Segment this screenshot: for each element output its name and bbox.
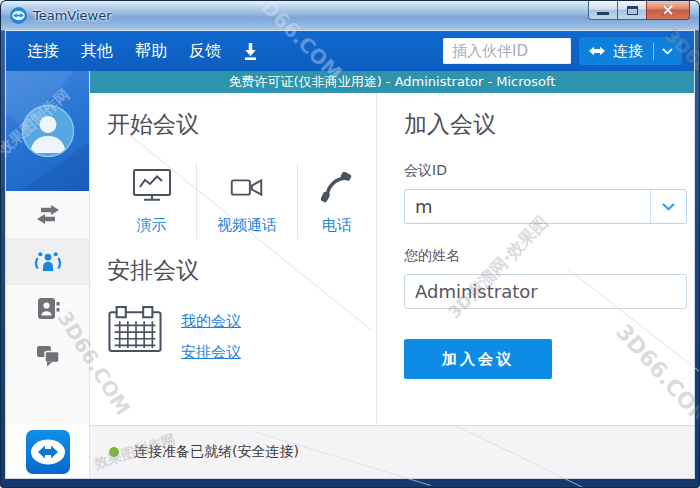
partner-id-input[interactable] — [443, 38, 571, 64]
join-meeting-title: 加入会议 — [404, 109, 687, 139]
sidebar-item-remote-control[interactable] — [6, 191, 89, 238]
license-text: 免费许可证(仅非商业用途) - Administrator - Microsof… — [229, 73, 556, 91]
teamviewer-app-icon[interactable] — [10, 7, 27, 24]
meeting-actions: 演示 — [107, 163, 376, 239]
minimize-button[interactable] — [588, 1, 618, 20]
download-icon — [242, 42, 259, 61]
meeting-id-dropdown-button[interactable] — [650, 190, 686, 223]
main-area: 免费许可证(仅非商业用途) - Administrator - Microsof… — [90, 71, 694, 478]
schedule-meeting-title: 安排会议 — [107, 255, 376, 285]
window-body: 连接 其他 帮助 反馈 连接 — [6, 31, 694, 478]
menu-feedback[interactable]: 反馈 — [189, 41, 221, 62]
window-controls — [588, 1, 690, 20]
menu-connect[interactable]: 连接 — [27, 41, 59, 62]
button-divider — [653, 43, 654, 60]
status-bar: 连接准备已就绪(安全连接) — [90, 425, 694, 478]
action-phone[interactable]: 电话 — [297, 163, 376, 239]
account-avatar[interactable] — [6, 71, 89, 191]
meeting-id-combobox — [404, 189, 687, 224]
connect-button-label: 连接 — [613, 42, 643, 61]
teamviewer-logo — [6, 425, 89, 478]
window-title: TeamViewer — [33, 8, 112, 23]
start-meeting-panel: 开始会议 — [90, 93, 376, 425]
connect-button[interactable]: 连接 — [579, 37, 682, 65]
action-label: 演示 — [137, 216, 167, 235]
menu-extras[interactable]: 其他 — [81, 41, 113, 62]
action-video-call[interactable]: 视频通话 — [196, 163, 297, 239]
schedule-row: 我的会议 安排会议 — [107, 305, 376, 362]
join-meeting-button[interactable]: 加入会议 — [404, 339, 552, 379]
join-meeting-panel: 加入会议 会议ID 您的姓名 加入会议 — [376, 93, 700, 425]
chat-icon — [35, 344, 61, 367]
app-window: TeamViewer 连接 其他 帮助 反馈 — [0, 0, 700, 488]
my-meetings-link[interactable]: 我的会议 — [181, 312, 241, 331]
close-icon — [662, 4, 674, 16]
teamviewer-logo-icon — [25, 429, 71, 475]
sidebar-item-chat[interactable] — [6, 332, 89, 379]
chevron-down-icon[interactable] — [662, 48, 673, 55]
menu-help[interactable]: 帮助 — [135, 41, 167, 62]
remote-control-icon — [35, 205, 61, 224]
meeting-id-input[interactable] — [405, 190, 650, 223]
action-presentation[interactable]: 演示 — [107, 163, 196, 239]
connect-arrows-icon — [588, 45, 606, 57]
meeting-id-label: 会议ID — [404, 162, 687, 180]
your-name-label: 您的姓名 — [404, 247, 687, 265]
action-label: 视频通话 — [217, 216, 277, 235]
sidebar-item-contacts[interactable] — [6, 285, 89, 332]
start-meeting-title: 开始会议 — [107, 109, 376, 139]
maximize-icon — [627, 6, 638, 15]
download-button[interactable] — [242, 42, 259, 61]
connection-status-dot — [109, 447, 119, 457]
presentation-icon — [131, 163, 173, 203]
action-label: 电话 — [322, 216, 352, 235]
phone-icon — [321, 163, 352, 203]
contacts-icon — [36, 297, 60, 320]
sidebar-item-meeting[interactable] — [6, 238, 89, 285]
sidebar — [6, 71, 90, 478]
chevron-down-icon — [662, 203, 675, 211]
your-name-input[interactable] — [404, 274, 687, 309]
license-bar: 免费许可证(仅非商业用途) - Administrator - Microsof… — [90, 71, 694, 93]
connection-status-text: 连接准备已就绪(安全连接) — [134, 443, 299, 461]
minimize-icon — [597, 12, 609, 15]
schedule-meeting-link[interactable]: 安排会议 — [181, 343, 241, 362]
titlebar: TeamViewer — [1, 1, 699, 31]
video-call-icon — [227, 163, 267, 203]
maximize-button[interactable] — [618, 1, 646, 20]
calendar-icon — [107, 305, 163, 357]
meeting-icon — [34, 250, 62, 273]
menubar: 连接 其他 帮助 反馈 连接 — [6, 31, 694, 71]
close-button[interactable] — [646, 1, 690, 20]
